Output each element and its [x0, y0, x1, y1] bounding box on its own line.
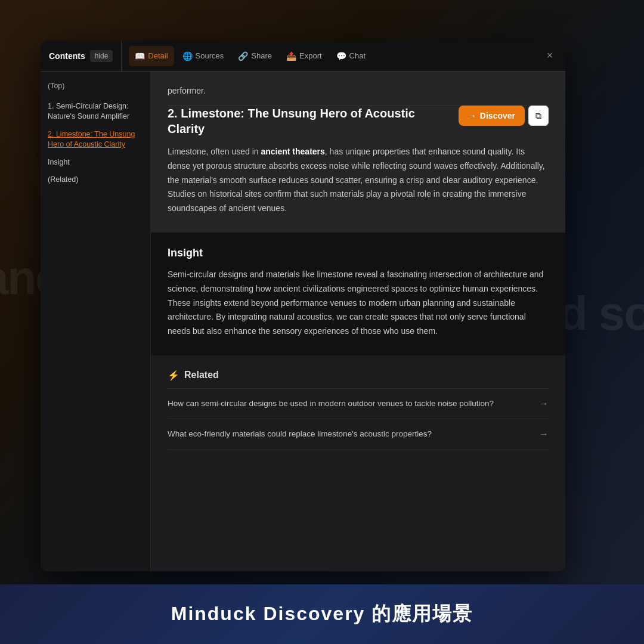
section-related: ⚡ Related How can semi-circular designs … — [151, 355, 565, 467]
related-item-2-arrow: → — [539, 428, 549, 441]
hide-button[interactable]: hide — [90, 50, 113, 62]
performer-snippet: performer. — [168, 86, 549, 106]
section-insight: Insight Semi-circular designs and materi… — [151, 233, 565, 355]
caption-text: Minduck Discovery 的應用場景 — [171, 601, 473, 627]
copy-icon: ⧉ — [535, 111, 541, 121]
modal-window: Contents hide 📖 Detail 🌐 Sources 🔗 Share… — [41, 41, 565, 571]
discover-label: Discover — [480, 111, 515, 120]
sidebar-item-1[interactable]: 1. Semi-Circular Design: Nature's Sound … — [48, 101, 143, 122]
tab-export[interactable]: 📤 Export — [280, 46, 328, 66]
contents-label: Contents — [49, 51, 85, 61]
tab-share[interactable]: 🔗 Share — [232, 46, 278, 66]
tab-sources-label: Sources — [196, 51, 224, 60]
section2-body: Limestone, often used in ancient theater… — [168, 145, 549, 216]
sidebar: (Top) 1. Semi-Circular Design: Nature's … — [41, 72, 151, 571]
discover-arrow: → — [468, 111, 476, 120]
sidebar-item-related[interactable]: (Related) — [48, 175, 143, 185]
insight-heading: Insight — [168, 247, 549, 259]
main-content: (Top) 1. Semi-Circular Design: Nature's … — [41, 72, 565, 571]
discover-actions: → Discover ⧉ — [459, 106, 549, 126]
discover-button[interactable]: → Discover — [459, 106, 525, 126]
top-bar: Contents hide 📖 Detail 🌐 Sources 🔗 Share… — [41, 41, 565, 72]
related-header: ⚡ Related — [168, 370, 549, 381]
sidebar-item-insight[interactable]: Insight — [48, 157, 143, 168]
sidebar-item-2[interactable]: 2. Limestone: The Unsung Hero of Acousti… — [48, 129, 143, 150]
related-item-2[interactable]: What eco-friendly materials could replac… — [168, 419, 549, 450]
related-item-1[interactable]: How can semi-circular designs be used in… — [168, 389, 549, 419]
nav-tabs: 📖 Detail 🌐 Sources 🔗 Share 📤 Export 💬 Ch… — [122, 41, 540, 71]
detail-icon: 📖 — [135, 51, 145, 61]
content-panel: performer. 2. Limestone: The Unsung Hero… — [151, 72, 565, 571]
related-item-1-text: How can semi-circular designs be used in… — [168, 398, 494, 410]
copy-button[interactable]: ⧉ — [528, 106, 549, 126]
sidebar-item-top[interactable]: (Top) — [48, 81, 143, 92]
tab-detail-label: Detail — [148, 51, 168, 60]
section-performer: performer. 2. Limestone: The Unsung Hero… — [151, 72, 565, 233]
insight-body: Semi-circular designs and materials like… — [168, 268, 549, 339]
section2-heading: 2. Limestone: The Unsung Hero of Acousti… — [168, 106, 459, 137]
sources-icon: 🌐 — [182, 51, 193, 61]
tab-chat-label: Chat — [349, 51, 366, 60]
related-item-2-text: What eco-friendly materials could replac… — [168, 429, 432, 440]
chat-icon: 💬 — [336, 51, 346, 61]
tab-share-label: Share — [251, 51, 272, 60]
tab-sources[interactable]: 🌐 Sources — [177, 46, 230, 66]
heading-row: 2. Limestone: The Unsung Hero of Acousti… — [168, 106, 549, 137]
export-icon: 📤 — [286, 51, 296, 61]
related-heading: Related — [184, 370, 219, 380]
related-item-1-arrow: → — [539, 397, 549, 410]
share-icon: 🔗 — [238, 51, 248, 61]
tab-export-label: Export — [299, 51, 322, 60]
related-icon: ⚡ — [168, 370, 179, 381]
tab-detail[interactable]: 📖 Detail — [129, 46, 174, 66]
contents-section: Contents hide — [41, 41, 122, 71]
bottom-caption: Minduck Discovery 的應用場景 — [0, 584, 644, 644]
close-button[interactable]: × — [540, 47, 559, 66]
tab-chat[interactable]: 💬 Chat — [330, 46, 371, 66]
